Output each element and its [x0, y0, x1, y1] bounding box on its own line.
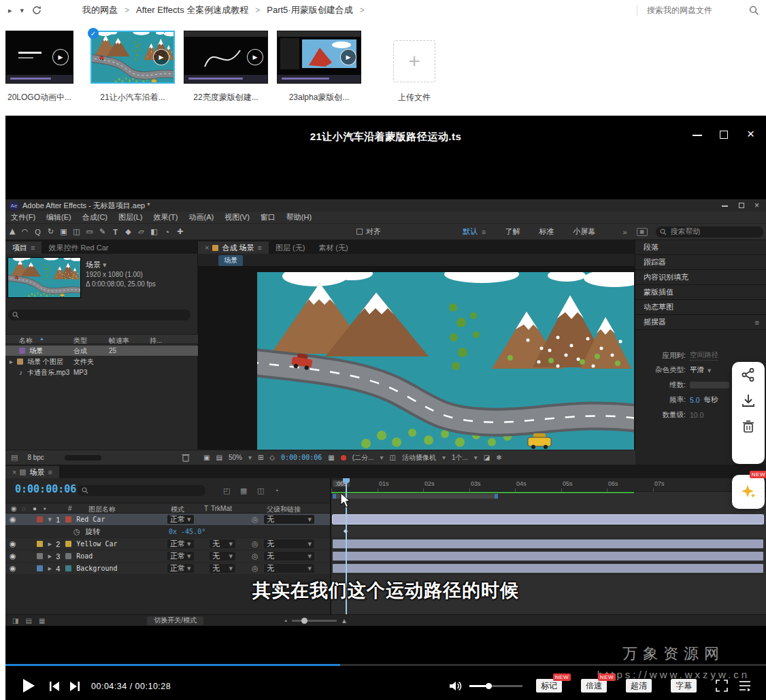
panel-menu-ic[interactable] [755, 318, 759, 327]
zoom-tool-icon[interactable] [31, 228, 44, 236]
seek-bar[interactable] [5, 664, 766, 666]
col-name[interactable]: 名称 [19, 336, 33, 346]
timeline-current-time[interactable]: 0:00:00:06 [15, 483, 76, 495]
comp-navigator-chip[interactable]: 场景 [218, 255, 243, 266]
transfer-controls-icon[interactable] [39, 617, 45, 624]
pen-tool-icon[interactable] [96, 227, 109, 236]
expander-icon[interactable] [48, 552, 52, 561]
selection-tool-icon[interactable] [7, 225, 16, 238]
active-camera-setting[interactable]: 活动摄像机 [402, 453, 436, 463]
panel-wiggler[interactable]: 摇摆器 [635, 315, 766, 330]
help-search-box[interactable]: 搜索帮助 [656, 227, 763, 237]
parent-dropdown[interactable]: 无 [264, 564, 314, 573]
comp-viewer[interactable] [198, 266, 635, 450]
workspace-overflow-icon[interactable] [622, 228, 627, 236]
comp-current-time[interactable]: 0:00:00:06 [281, 454, 322, 461]
brush-tool-icon[interactable] [122, 227, 135, 236]
eye-toggle-icon[interactable] [10, 515, 16, 524]
window-close-button[interactable]: × [747, 129, 754, 139]
expander-icon[interactable] [48, 515, 52, 524]
layer-row-road[interactable]: 3 Road 正常 无 无 [5, 550, 330, 563]
roto-brush-tool-icon[interactable] [161, 228, 173, 236]
fast-previews-icon[interactable] [496, 454, 501, 461]
layer-duration-bar[interactable] [333, 515, 763, 524]
timeline-ruler[interactable]: :00s 01s 02s 03s 04s 05s 06s 07s [331, 478, 766, 492]
region-of-interest-icon[interactable] [389, 454, 395, 461]
type-tool-icon[interactable]: T [109, 228, 122, 236]
timeline-zoom-slider[interactable] [292, 620, 337, 622]
favorite-star-icon[interactable] [740, 484, 756, 500]
frequency-value[interactable]: 5.0 [690, 396, 700, 404]
zoom-slider-knob[interactable] [301, 618, 307, 624]
caret-down-icon[interactable] [442, 454, 446, 461]
menu-window[interactable]: 窗口 [255, 212, 281, 222]
channel-color-icon[interactable] [341, 455, 346, 461]
next-video-button[interactable] [69, 681, 80, 692]
workspace-menu-icon[interactable] [482, 228, 486, 236]
expander-icon[interactable] [48, 564, 52, 573]
noise-type-value[interactable]: 平滑 [690, 365, 704, 375]
drive-search-input[interactable] [647, 5, 749, 15]
breadcrumb-course[interactable]: After Effects 全案例速成教程 [136, 4, 248, 16]
menu-layer[interactable]: 图层(L) [113, 212, 148, 222]
layer-label-chip[interactable] [37, 553, 43, 559]
trkmat-dropdown[interactable]: 无 [210, 539, 235, 548]
trkmat-dropdown[interactable]: 无 [210, 552, 235, 561]
play-overlay-icon[interactable] [247, 49, 263, 65]
pickwhip-icon[interactable] [252, 515, 259, 524]
close-tab-icon[interactable] [205, 244, 209, 252]
layer-duration-bar[interactable] [333, 552, 763, 561]
toggle-switches-modes-button[interactable]: 切换开关/模式 [147, 616, 203, 625]
workspace-learn[interactable]: 了解 [505, 227, 520, 237]
graph-editor-icon[interactable] [25, 617, 31, 624]
project-row-scene[interactable]: 场景 合成 25 [5, 346, 198, 356]
previous-video-button[interactable] [49, 681, 60, 692]
trash-icon[interactable] [742, 420, 755, 433]
fullscreen-button[interactable] [716, 680, 728, 692]
thumbnail-size-slider[interactable] [65, 455, 101, 461]
rotation-property-row[interactable]: 旋转 0x -45.0° [5, 526, 330, 538]
work-area-start-handle[interactable] [333, 494, 336, 499]
layer-track[interactable] [331, 550, 766, 563]
layer-row-background[interactable]: 4 Background 正常 无 无 [5, 563, 330, 575]
project-bit-depth[interactable]: 8 bpc [27, 454, 44, 461]
frame-blending-icon[interactable] [274, 486, 279, 495]
workspace-standard[interactable]: 标准 [539, 227, 554, 237]
pickwhip-icon[interactable] [252, 539, 259, 548]
panel-paragraph[interactable]: 段落 [635, 240, 766, 255]
parent-dropdown[interactable]: 无 [264, 552, 314, 561]
panel-menu-ic[interactable] [48, 468, 52, 476]
menu-effect[interactable]: 效果(T) [148, 212, 183, 222]
play-overlay-icon[interactable] [52, 49, 69, 65]
playlist-button[interactable] [739, 680, 751, 691]
shy-layers-icon[interactable] [257, 486, 264, 495]
stopwatch-icon[interactable] [73, 527, 80, 536]
layer-label-chip[interactable] [37, 565, 43, 571]
pan-behind-tool-icon[interactable] [70, 227, 83, 236]
layer-duration-bar[interactable] [333, 539, 763, 548]
blend-mode-dropdown[interactable]: 正常 [167, 564, 194, 573]
play-overlay-icon[interactable] [340, 49, 356, 65]
close-tab-icon[interactable] [12, 468, 16, 476]
layer-track[interactable] [331, 563, 766, 575]
volume-icon[interactable] [449, 680, 462, 692]
grid-options-icon[interactable] [258, 454, 263, 461]
ae-minimize-icon[interactable] [722, 205, 728, 207]
mask-visibility-icon[interactable] [269, 454, 275, 461]
tab-project[interactable]: 项目 [5, 241, 41, 254]
always-preview-icon[interactable] [203, 454, 210, 461]
ae-restore-icon[interactable] [739, 203, 744, 208]
pickwhip-icon[interactable] [252, 564, 259, 573]
blend-mode-dropdown[interactable]: 正常 [167, 552, 194, 561]
workspace-switcher-icon[interactable]: ▦ [637, 228, 648, 236]
zoom-level[interactable]: 50% [229, 454, 242, 461]
panel-motion-sketch[interactable]: 动态草图 [635, 300, 766, 315]
caret-down-icon[interactable] [707, 366, 711, 374]
pixel-aspect-icon[interactable] [484, 454, 490, 461]
comp-mini-flowchart-icon[interactable] [223, 486, 230, 495]
quality-button[interactable]: 超清 [626, 679, 652, 693]
nav-dropdown-icon[interactable] [20, 6, 24, 15]
video-thumbnail-20[interactable] [5, 31, 73, 84]
caret-down-icon[interactable] [103, 261, 107, 269]
work-area-end-handle[interactable] [495, 494, 498, 499]
